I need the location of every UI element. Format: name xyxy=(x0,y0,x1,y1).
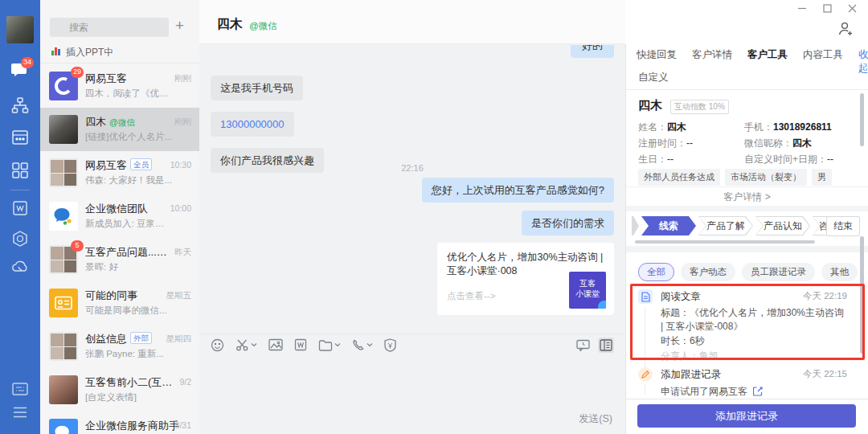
wechat-source-tag: @微信 xyxy=(249,20,277,32)
close-button[interactable] xyxy=(848,4,857,13)
divider xyxy=(626,399,868,399)
chat-name: 企业微信团队 xyxy=(85,202,148,216)
activity-title: 阅读文章 xyxy=(661,290,701,304)
phone-number-link[interactable]: 13000000000 xyxy=(211,112,294,137)
group-avatar xyxy=(49,332,78,361)
add-member-icon[interactable] xyxy=(837,21,854,37)
chevron-down-icon xyxy=(251,342,257,347)
field-custom-date: 自定义时间+日期：-- xyxy=(744,153,833,166)
contacts-icon[interactable] xyxy=(0,96,40,114)
filter-customer-activity[interactable]: 客户动态 xyxy=(681,263,735,281)
message-bubble-in: 这是我手机号码 xyxy=(211,76,303,100)
user-avatar[interactable] xyxy=(6,16,34,43)
chat-time: 昨天 xyxy=(174,247,191,258)
customer-tag: 男 xyxy=(812,169,832,186)
chat-preview: 新成员加入: 豆浆油条 xyxy=(85,218,172,230)
workbench-icon[interactable] xyxy=(0,162,40,179)
chat-item-product-issues[interactable]: 5 互客产品问题...外部 景晖: 好 昨天 xyxy=(40,238,199,281)
customer-detail-link[interactable]: 客户详情 > xyxy=(626,186,868,206)
chat-preview: 四木，阅读了《优化... xyxy=(85,88,172,100)
message-timestamp: 22:16 xyxy=(199,163,625,173)
app-hex-icon[interactable] xyxy=(0,230,40,248)
chat-time: 10:30 xyxy=(170,160,191,170)
stage-lead[interactable]: 线索 xyxy=(641,216,696,235)
wecom-helper-avatar xyxy=(49,419,78,434)
activity-detail: 标题：《优化个人名片，增加30%主动咨询 | 互客小课堂-008》 xyxy=(661,306,845,334)
filter-followup-records[interactable]: 员工跟进记录 xyxy=(742,263,815,281)
chat-item-wecom-team[interactable]: 企业微信团队 新成员加入: 豆浆油条 10:00 xyxy=(40,194,199,238)
chat-item-possible-colleague[interactable]: 可能的同事 可能是同事的微信... 星期五 xyxy=(40,281,199,325)
chat-item-chuangyi-info[interactable]: 创益信息外部 张鹏 Payne: 重新... 星期四 xyxy=(40,325,199,368)
chat-item-presales[interactable]: 互客售前小二(互客售... [自定义表情] 9/2 xyxy=(40,368,199,411)
tab-customer-detail[interactable]: 客户详情 xyxy=(692,48,732,76)
link-card[interactable]: 优化个人名片，增加30%主动咨询 | 互客小课堂·008 点击查看--> 互客 … xyxy=(437,243,614,315)
image-button[interactable] xyxy=(268,338,283,351)
end-stage-button[interactable]: 结束 xyxy=(826,216,860,236)
docs-icon[interactable] xyxy=(0,199,40,217)
search-input[interactable] xyxy=(50,18,169,37)
customer-tag: 外部人员任务达成 xyxy=(638,169,720,186)
chat-item-simu-selected[interactable]: 四木@微信 [链接]优化个人名片... 刚刚 xyxy=(40,108,199,151)
tab-customer-tools[interactable]: 客户工具 xyxy=(747,48,788,76)
cloud-call-icon[interactable] xyxy=(0,259,40,275)
field-phone: 手机：13018926811 xyxy=(744,121,832,134)
activity-time: 今天 22:19 xyxy=(803,290,847,302)
ppt-status-text[interactable]: 插入PPT中 xyxy=(66,46,113,59)
horizontal-scrollbar[interactable] xyxy=(635,240,815,244)
contact-card-avatar xyxy=(49,289,78,317)
customer-name: 四木 xyxy=(638,98,662,113)
messages-icon[interactable]: 34 xyxy=(0,61,40,79)
chat-name: 互客产品问题...外部 xyxy=(85,245,180,260)
message-bubble-out: 您好，上次试用的互客产品感觉如何? xyxy=(422,178,614,203)
group-avatar xyxy=(49,158,78,187)
field-wechat-nickname: 微信昵称：四木 xyxy=(744,137,812,150)
message-scroll-area[interactable]: 好的 这是我手机号码 13000000000 你们产品我很感兴趣 22:16 您… xyxy=(199,45,625,334)
stage-product-aware[interactable]: 产品了解 xyxy=(698,216,753,235)
minimize-button[interactable] xyxy=(797,3,807,13)
side-panel-toggle-button[interactable] xyxy=(598,338,614,353)
rail-divider xyxy=(10,190,30,190)
calendar-icon[interactable] xyxy=(0,129,40,146)
emoji-button[interactable] xyxy=(211,338,224,352)
maximize-button[interactable] xyxy=(823,4,832,13)
new-chat-button[interactable]: + xyxy=(175,17,184,35)
chat-history-button[interactable] xyxy=(576,339,590,351)
filter-other[interactable]: 其他 xyxy=(821,263,858,281)
screenshot-button[interactable] xyxy=(235,338,257,352)
stage-product-understand[interactable]: 产品认知 xyxy=(755,216,810,235)
menu-icon[interactable] xyxy=(0,406,40,419)
vertical-scrollbar[interactable] xyxy=(860,236,864,354)
all-members-tag: 全员 xyxy=(130,158,152,170)
link-card-thumbnail: 互客 小课堂 xyxy=(569,272,606,309)
chat-item-netease-huke[interactable]: 29 网易互客 四木，阅读了《优化... 刚刚 xyxy=(40,64,199,108)
chat-time: 10:00 xyxy=(170,203,191,213)
message-input[interactable] xyxy=(199,355,625,434)
chat-name: 可能的同事 xyxy=(85,289,137,303)
tab-custom[interactable]: 自定义 xyxy=(638,71,669,84)
settings-icon[interactable] xyxy=(0,382,40,396)
chat-time: 刚刚 xyxy=(174,73,191,84)
chat-preview: [链接]优化个人名片... xyxy=(85,131,172,143)
chat-name: 创益信息外部 xyxy=(85,332,152,346)
edit-icon[interactable] xyxy=(753,387,763,396)
tab-content-tools[interactable]: 内容工具 xyxy=(803,48,843,76)
vertical-scrollbar[interactable] xyxy=(860,93,864,146)
doc-button[interactable] xyxy=(294,338,307,351)
collapse-button[interactable]: 收起 xyxy=(858,48,868,76)
call-button[interactable] xyxy=(352,338,373,351)
chat-item-service-provider[interactable]: 企业微信服务商助手 [图片] 8/31 xyxy=(40,411,199,434)
message-bubble-clipped: 好的 xyxy=(571,45,614,58)
send-button[interactable]: 发送(S) xyxy=(579,412,612,426)
filter-all[interactable]: 全部 xyxy=(638,263,674,281)
chat-name: 网易互客全员 xyxy=(85,158,152,173)
contact-photo-avatar xyxy=(49,375,78,404)
file-button[interactable] xyxy=(318,339,341,351)
unread-badge: 5 xyxy=(71,240,84,252)
chat-item-netease-huke-all[interactable]: 网易互客全员 伟森: 大家好！我是... 10:30 xyxy=(40,151,199,194)
wecom-logo-avatar xyxy=(49,202,78,231)
chat-header: 四木 @微信 xyxy=(199,0,625,44)
chat-preview: 张鹏 Payne: 重新... xyxy=(85,348,164,360)
add-followup-button[interactable]: 添加跟进记录 xyxy=(637,404,856,428)
section-band xyxy=(626,246,868,252)
red-packet-button[interactable] xyxy=(384,338,396,352)
